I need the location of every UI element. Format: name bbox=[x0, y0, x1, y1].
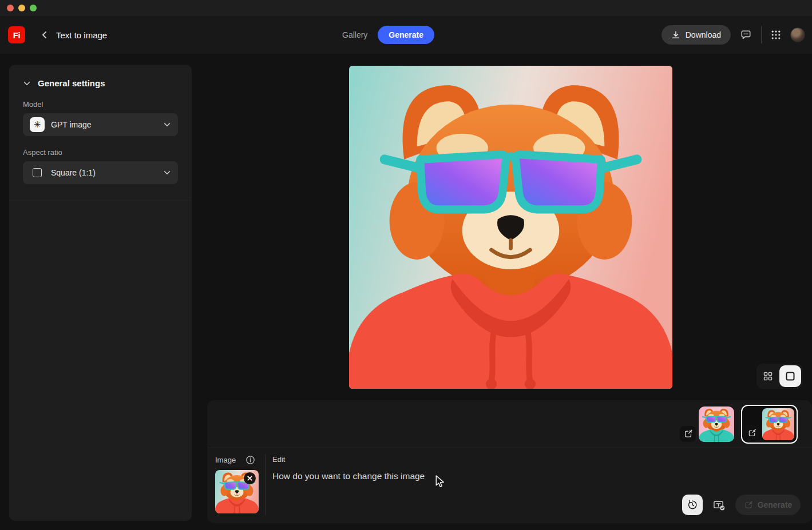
download-button[interactable]: Download bbox=[662, 25, 731, 45]
edit-label: Edit bbox=[272, 455, 804, 464]
aspect-ratio-label: Aspect ratio bbox=[23, 148, 178, 157]
zoom-window-button[interactable] bbox=[30, 5, 37, 11]
macos-titlebar bbox=[0, 0, 812, 16]
apps-menu-button[interactable] bbox=[770, 29, 782, 41]
speech-bubble-icon bbox=[739, 29, 752, 42]
header-nav: Gallery Generate bbox=[342, 16, 434, 54]
firefly-window: Fi Text to image Gallery Generate Downlo… bbox=[0, 0, 812, 530]
general-settings-toggle[interactable]: General settings bbox=[23, 78, 178, 88]
chevron-left-icon bbox=[40, 30, 49, 39]
download-icon bbox=[671, 30, 680, 39]
generate-sparkle-icon bbox=[744, 500, 753, 509]
edit-variant-icon bbox=[683, 429, 693, 439]
history-button[interactable] bbox=[682, 495, 703, 515]
single-view-icon bbox=[785, 370, 796, 382]
user-avatar[interactable] bbox=[790, 27, 805, 42]
view-toggle-group bbox=[756, 364, 803, 389]
tab-generate-button[interactable]: Generate bbox=[378, 26, 434, 44]
remove-image-button[interactable] bbox=[244, 472, 256, 484]
generate-disabled-label: Generate bbox=[758, 500, 793, 509]
feedback-button[interactable] bbox=[739, 29, 752, 42]
settings-sidebar: General settings Model ✳ GPT image Aspec… bbox=[9, 65, 192, 521]
image-label: Image bbox=[215, 456, 236, 464]
x-icon bbox=[247, 475, 253, 481]
text-check-icon bbox=[712, 499, 726, 512]
grid-view-button[interactable] bbox=[758, 366, 778, 386]
grid-view-icon bbox=[763, 371, 773, 381]
history-clock-icon bbox=[687, 499, 698, 511]
minimize-window-button[interactable] bbox=[18, 5, 25, 11]
download-label: Download bbox=[686, 30, 721, 39]
firefly-logo[interactable]: Fi bbox=[8, 26, 25, 43]
tab-gallery[interactable]: Gallery bbox=[342, 30, 367, 39]
close-window-button[interactable] bbox=[7, 5, 14, 11]
single-view-button[interactable] bbox=[779, 365, 801, 387]
chevron-down-icon bbox=[163, 121, 171, 129]
app-header: Fi Text to image Gallery Generate Downlo… bbox=[0, 16, 812, 54]
variant-item-2-selected[interactable] bbox=[741, 405, 798, 444]
edit-variant-button[interactable] bbox=[680, 426, 696, 442]
prompt-divider bbox=[265, 454, 266, 515]
variant-strip bbox=[207, 400, 812, 448]
model-select[interactable]: ✳ GPT image bbox=[23, 113, 178, 136]
aspect-ratio-select[interactable]: Square (1:1) bbox=[23, 161, 178, 184]
chevron-down-icon bbox=[163, 169, 171, 177]
variant-thumbnail-1[interactable] bbox=[699, 407, 734, 442]
prompt-image-column: Image bbox=[215, 455, 261, 513]
model-value: GPT image bbox=[51, 120, 157, 129]
apps-grid-icon bbox=[770, 29, 782, 41]
header-divider bbox=[761, 26, 762, 43]
back-button[interactable] bbox=[38, 28, 52, 42]
general-settings-title: General settings bbox=[38, 78, 105, 88]
bottom-dock: Image bbox=[207, 400, 812, 523]
info-icon[interactable] bbox=[245, 455, 255, 465]
header-actions: Download bbox=[662, 16, 805, 54]
chevron-down-icon bbox=[23, 79, 31, 87]
openai-logo-icon: ✳ bbox=[30, 117, 45, 132]
variant-thumbnail-2[interactable] bbox=[762, 408, 794, 440]
generate-button-disabled[interactable]: Generate bbox=[735, 495, 801, 515]
prompt-input[interactable]: How do you want to change this image bbox=[272, 471, 804, 485]
page-title: Text to image bbox=[56, 30, 107, 40]
sidebar-divider bbox=[9, 201, 192, 201]
prompt-settings-button[interactable] bbox=[712, 499, 726, 512]
prompt-bar: Image bbox=[207, 448, 812, 523]
edit-variant-icon bbox=[747, 428, 756, 437]
aspect-ratio-value: Square (1:1) bbox=[51, 168, 157, 177]
model-label: Model bbox=[23, 100, 178, 109]
generated-image[interactable] bbox=[349, 66, 672, 389]
edit-variant-button[interactable] bbox=[744, 425, 759, 440]
prompt-actions: Generate bbox=[682, 495, 801, 515]
prompt-edit-column: Edit How do you want to change this imag… bbox=[272, 455, 804, 485]
square-aspect-icon bbox=[33, 168, 42, 177]
variant-item-1[interactable] bbox=[680, 407, 734, 442]
